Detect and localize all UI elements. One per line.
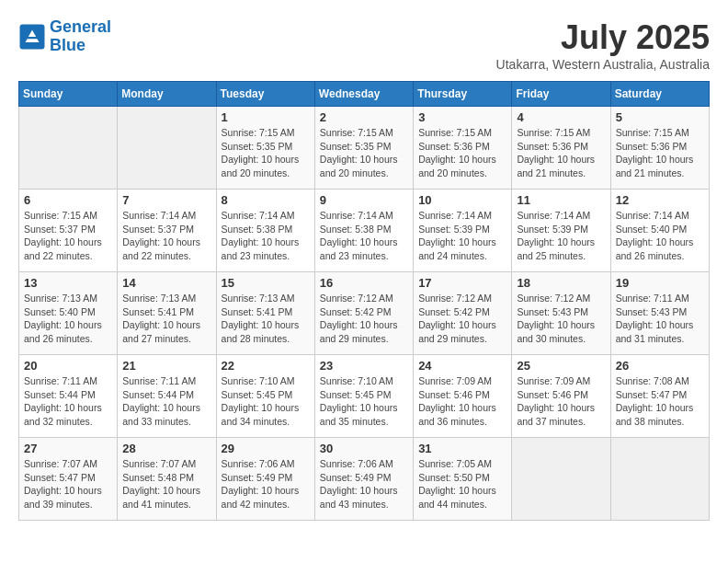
- weekday-header: Thursday: [414, 82, 512, 107]
- day-number: 19: [616, 276, 704, 290]
- cell-info: Sunrise: 7:14 AM Sunset: 5:39 PM Dayligh…: [517, 209, 605, 263]
- cell-info: Sunrise: 7:15 AM Sunset: 5:36 PM Dayligh…: [616, 126, 704, 180]
- day-number: 26: [616, 359, 704, 373]
- day-number: 11: [517, 193, 605, 207]
- cell-info: Sunrise: 7:13 AM Sunset: 5:40 PM Dayligh…: [24, 292, 112, 346]
- calendar-cell: 30Sunrise: 7:06 AM Sunset: 5:49 PM Dayli…: [314, 438, 413, 521]
- cell-info: Sunrise: 7:14 AM Sunset: 5:39 PM Dayligh…: [418, 209, 506, 263]
- calendar-cell: 31Sunrise: 7:05 AM Sunset: 5:50 PM Dayli…: [414, 438, 512, 521]
- cell-info: Sunrise: 7:14 AM Sunset: 5:40 PM Dayligh…: [616, 209, 704, 263]
- cell-info: Sunrise: 7:09 AM Sunset: 5:46 PM Dayligh…: [517, 374, 605, 429]
- calendar-cell: 13Sunrise: 7:13 AM Sunset: 5:40 PM Dayli…: [19, 272, 118, 355]
- calendar-cell: 5Sunrise: 7:15 AM Sunset: 5:36 PM Daylig…: [610, 107, 709, 190]
- day-number: 4: [517, 110, 605, 124]
- calendar-cell: 6Sunrise: 7:15 AM Sunset: 5:37 PM Daylig…: [19, 190, 118, 272]
- calendar-cell: 1Sunrise: 7:15 AM Sunset: 5:35 PM Daylig…: [216, 107, 314, 190]
- calendar-cell: 21Sunrise: 7:11 AM Sunset: 5:44 PM Dayli…: [118, 355, 216, 438]
- calendar-cell: 4Sunrise: 7:15 AM Sunset: 5:36 PM Daylig…: [512, 107, 610, 190]
- day-number: 30: [320, 442, 408, 455]
- cell-info: Sunrise: 7:05 AM Sunset: 5:50 PM Dayligh…: [418, 457, 506, 511]
- calendar-cell: 15Sunrise: 7:13 AM Sunset: 5:41 PM Dayli…: [216, 272, 314, 355]
- weekday-header: Wednesday: [314, 82, 413, 107]
- day-number: 12: [616, 193, 704, 207]
- weekday-header: Friday: [512, 82, 610, 107]
- location-subtitle: Utakarra, Western Australia, Australia: [496, 57, 710, 72]
- day-number: 6: [24, 193, 112, 207]
- cell-info: Sunrise: 7:07 AM Sunset: 5:48 PM Dayligh…: [122, 457, 210, 511]
- calendar-cell: 26Sunrise: 7:08 AM Sunset: 5:47 PM Dayli…: [610, 355, 709, 438]
- calendar-cell: 3Sunrise: 7:15 AM Sunset: 5:36 PM Daylig…: [414, 107, 512, 190]
- calendar-cell: [19, 107, 118, 190]
- calendar-table: SundayMondayTuesdayWednesdayThursdayFrid…: [18, 81, 710, 521]
- day-number: 31: [418, 442, 506, 455]
- calendar-cell: 23Sunrise: 7:10 AM Sunset: 5:45 PM Dayli…: [314, 355, 413, 438]
- calendar-cell: 24Sunrise: 7:09 AM Sunset: 5:46 PM Dayli…: [414, 355, 512, 438]
- cell-info: Sunrise: 7:07 AM Sunset: 5:47 PM Dayligh…: [24, 457, 112, 511]
- day-number: 25: [517, 359, 605, 373]
- calendar-cell: 8Sunrise: 7:14 AM Sunset: 5:38 PM Daylig…: [216, 190, 314, 272]
- day-number: 7: [122, 193, 210, 207]
- calendar-cell: 22Sunrise: 7:10 AM Sunset: 5:45 PM Dayli…: [216, 355, 314, 438]
- cell-info: Sunrise: 7:15 AM Sunset: 5:36 PM Dayligh…: [418, 126, 506, 180]
- calendar-cell: [610, 438, 709, 521]
- calendar-cell: 2Sunrise: 7:15 AM Sunset: 5:35 PM Daylig…: [314, 107, 413, 190]
- weekday-header: Saturday: [610, 82, 709, 107]
- calendar-cell: 25Sunrise: 7:09 AM Sunset: 5:46 PM Dayli…: [512, 355, 610, 438]
- cell-info: Sunrise: 7:11 AM Sunset: 5:44 PM Dayligh…: [122, 374, 210, 429]
- title-block: July 2025 Utakarra, Western Australia, A…: [496, 18, 710, 72]
- day-number: 24: [418, 359, 506, 373]
- day-number: 1: [222, 110, 310, 124]
- day-number: 27: [24, 442, 112, 455]
- calendar-cell: 17Sunrise: 7:12 AM Sunset: 5:42 PM Dayli…: [414, 272, 512, 355]
- calendar-week-row: 20Sunrise: 7:11 AM Sunset: 5:44 PM Dayli…: [19, 355, 710, 438]
- day-number: 9: [320, 193, 408, 207]
- day-number: 29: [222, 442, 310, 455]
- day-number: 21: [122, 359, 210, 373]
- day-number: 15: [222, 276, 310, 290]
- cell-info: Sunrise: 7:14 AM Sunset: 5:37 PM Dayligh…: [122, 209, 210, 263]
- calendar-cell: 27Sunrise: 7:07 AM Sunset: 5:47 PM Dayli…: [19, 438, 118, 521]
- cell-info: Sunrise: 7:10 AM Sunset: 5:45 PM Dayligh…: [222, 374, 310, 429]
- cell-info: Sunrise: 7:13 AM Sunset: 5:41 PM Dayligh…: [222, 292, 310, 346]
- day-number: 8: [222, 193, 310, 207]
- calendar-cell: 9Sunrise: 7:14 AM Sunset: 5:38 PM Daylig…: [314, 190, 413, 272]
- weekday-header: Tuesday: [216, 82, 314, 107]
- cell-info: Sunrise: 7:15 AM Sunset: 5:37 PM Dayligh…: [24, 209, 112, 263]
- calendar-cell: 11Sunrise: 7:14 AM Sunset: 5:39 PM Dayli…: [512, 190, 610, 272]
- day-number: 18: [517, 276, 605, 290]
- day-number: 2: [320, 110, 408, 124]
- weekday-header: Monday: [118, 82, 216, 107]
- day-number: 10: [418, 193, 506, 207]
- cell-info: Sunrise: 7:15 AM Sunset: 5:35 PM Dayligh…: [222, 126, 310, 180]
- page-header: General Blue July 2025 Utakarra, Western…: [18, 18, 710, 72]
- calendar-cell: 19Sunrise: 7:11 AM Sunset: 5:43 PM Dayli…: [610, 272, 709, 355]
- svg-rect-2: [24, 37, 40, 39]
- calendar-week-row: 6Sunrise: 7:15 AM Sunset: 5:37 PM Daylig…: [19, 190, 710, 272]
- calendar-cell: 10Sunrise: 7:14 AM Sunset: 5:39 PM Dayli…: [414, 190, 512, 272]
- day-number: 20: [24, 359, 112, 373]
- cell-info: Sunrise: 7:14 AM Sunset: 5:38 PM Dayligh…: [320, 209, 408, 263]
- day-number: 16: [320, 276, 408, 290]
- calendar-week-row: 13Sunrise: 7:13 AM Sunset: 5:40 PM Dayli…: [19, 272, 710, 355]
- cell-info: Sunrise: 7:12 AM Sunset: 5:42 PM Dayligh…: [418, 292, 506, 346]
- cell-info: Sunrise: 7:10 AM Sunset: 5:45 PM Dayligh…: [320, 374, 408, 429]
- logo-icon: [18, 23, 46, 51]
- weekday-header: Sunday: [19, 82, 118, 107]
- day-number: 28: [122, 442, 210, 455]
- logo-text: General Blue: [50, 18, 111, 55]
- cell-info: Sunrise: 7:12 AM Sunset: 5:42 PM Dayligh…: [320, 292, 408, 346]
- day-number: 23: [320, 359, 408, 373]
- day-number: 22: [222, 359, 310, 373]
- calendar-week-row: 27Sunrise: 7:07 AM Sunset: 5:47 PM Dayli…: [19, 438, 710, 521]
- month-year-title: July 2025: [496, 18, 710, 57]
- cell-info: Sunrise: 7:13 AM Sunset: 5:41 PM Dayligh…: [122, 292, 210, 346]
- calendar-cell: [118, 107, 216, 190]
- cell-info: Sunrise: 7:08 AM Sunset: 5:47 PM Dayligh…: [616, 374, 704, 429]
- calendar-cell: 29Sunrise: 7:06 AM Sunset: 5:49 PM Dayli…: [216, 438, 314, 521]
- calendar-cell: 14Sunrise: 7:13 AM Sunset: 5:41 PM Dayli…: [118, 272, 216, 355]
- day-number: 17: [418, 276, 506, 290]
- logo: General Blue: [18, 18, 111, 55]
- cell-info: Sunrise: 7:11 AM Sunset: 5:43 PM Dayligh…: [616, 292, 704, 346]
- calendar-cell: 16Sunrise: 7:12 AM Sunset: 5:42 PM Dayli…: [314, 272, 413, 355]
- calendar-cell: 28Sunrise: 7:07 AM Sunset: 5:48 PM Dayli…: [118, 438, 216, 521]
